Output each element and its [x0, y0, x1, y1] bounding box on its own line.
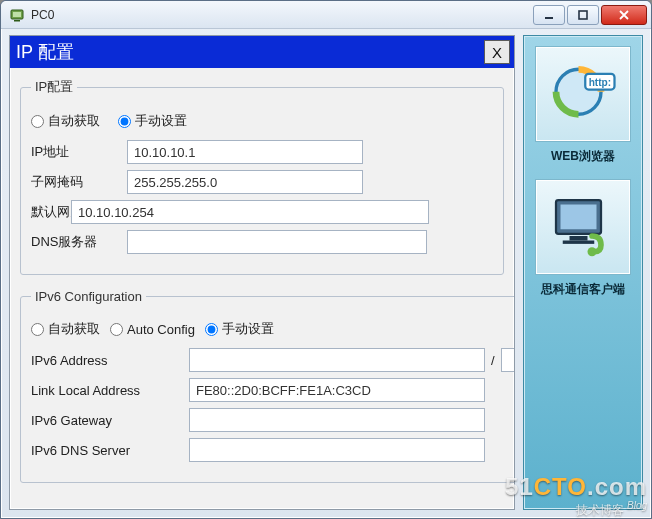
cisco-client-launcher[interactable]: 思科通信客户端: [530, 179, 636, 298]
dialog-header: IP 配置 X: [10, 36, 514, 68]
ipv4-manual-radio[interactable]: [118, 115, 131, 128]
web-browser-label: WEB浏览器: [551, 148, 615, 165]
ipv6-auto-radio[interactable]: [31, 323, 44, 336]
ipv6-auto-label: 自动获取: [48, 320, 100, 338]
svg-rect-11: [563, 241, 595, 244]
window-title: PC0: [31, 8, 531, 22]
web-browser-icon: http:: [535, 46, 631, 142]
web-browser-launcher[interactable]: http: WEB浏览器: [530, 46, 636, 165]
ipv6-auto-option[interactable]: 自动获取: [31, 320, 100, 338]
svg-rect-10: [570, 236, 588, 241]
close-button[interactable]: [601, 5, 647, 25]
dialog-body: IP配置 自动获取 手动设置 IP地址: [10, 68, 514, 505]
svg-rect-1: [13, 12, 21, 17]
subnet-mask-input[interactable]: [127, 170, 363, 194]
ipv6-manual-radio[interactable]: [205, 323, 218, 336]
svg-rect-9: [561, 205, 597, 230]
desktop-launchers: http: WEB浏览器 思科通信客户端: [523, 35, 643, 510]
ip-address-label: IP地址: [31, 143, 127, 161]
ipv6-manual-label: 手动设置: [222, 320, 274, 338]
default-gateway-input[interactable]: [71, 200, 429, 224]
ip-config-panel: IP 配置 X IP配置 自动获取: [9, 35, 515, 510]
svg-rect-3: [545, 17, 553, 19]
dns-label: DNS服务器: [31, 233, 127, 251]
close-icon: X: [492, 44, 502, 61]
caption-buttons: [531, 5, 647, 25]
app-window: PC0 IP 配置 X: [0, 0, 652, 519]
ip-address-input[interactable]: [127, 140, 363, 164]
dialog-close-button[interactable]: X: [484, 40, 510, 64]
ipv6-address-input[interactable]: [189, 348, 485, 372]
ipv4-manual-label: 手动设置: [135, 112, 187, 130]
titlebar: PC0: [1, 1, 651, 29]
ipv4-legend: IP配置: [31, 78, 77, 96]
ipv6-autoconfig-radio[interactable]: [110, 323, 123, 336]
link-local-input[interactable]: [189, 378, 485, 402]
ipv6-dns-label: IPv6 DNS Server: [31, 443, 189, 458]
ipv4-fieldset: IP配置 自动获取 手动设置 IP地址: [20, 78, 504, 275]
subnet-label: 子网掩码: [31, 173, 127, 191]
minimize-button[interactable]: [533, 5, 565, 25]
ipv4-mode-row: 自动获取 手动设置: [31, 112, 493, 130]
ipv4-auto-label: 自动获取: [48, 112, 100, 130]
ipv6-mode-row: 自动获取 Auto Config 手动设置: [31, 320, 515, 338]
cisco-client-icon: [535, 179, 631, 275]
cisco-client-label: 思科通信客户端: [541, 281, 625, 298]
app-icon: [9, 7, 25, 23]
dialog-title: IP 配置: [16, 40, 74, 64]
ipv6-gateway-label: IPv6 Gateway: [31, 413, 189, 428]
client-area: IP 配置 X IP配置 自动获取: [9, 35, 643, 510]
ipv4-auto-option[interactable]: 自动获取: [31, 112, 100, 130]
ipv6-manual-option[interactable]: 手动设置: [205, 320, 274, 338]
maximize-button[interactable]: [567, 5, 599, 25]
ipv4-auto-radio[interactable]: [31, 115, 44, 128]
ipv6-legend: IPv6 Configuration: [31, 289, 146, 304]
ipv6-autoconfig-label: Auto Config: [127, 322, 195, 337]
ipv6-fieldset: IPv6 Configuration 自动获取 Auto Config: [20, 289, 515, 483]
ipv6-dns-input[interactable]: [189, 438, 485, 462]
ipv6-address-label: IPv6 Address: [31, 353, 189, 368]
ipv6-prefix-input[interactable]: [501, 348, 515, 372]
svg-rect-4: [579, 11, 587, 19]
link-local-label: Link Local Address: [31, 383, 189, 398]
svg-rect-2: [14, 20, 20, 22]
svg-point-12: [588, 247, 597, 256]
dns-server-input[interactable]: [127, 230, 427, 254]
ipv6-autoconfig-option[interactable]: Auto Config: [110, 322, 195, 337]
ipv4-manual-option[interactable]: 手动设置: [118, 112, 187, 130]
svg-text:http:: http:: [589, 77, 611, 88]
prefix-slash: /: [491, 353, 495, 368]
ipv6-gateway-input[interactable]: [189, 408, 485, 432]
